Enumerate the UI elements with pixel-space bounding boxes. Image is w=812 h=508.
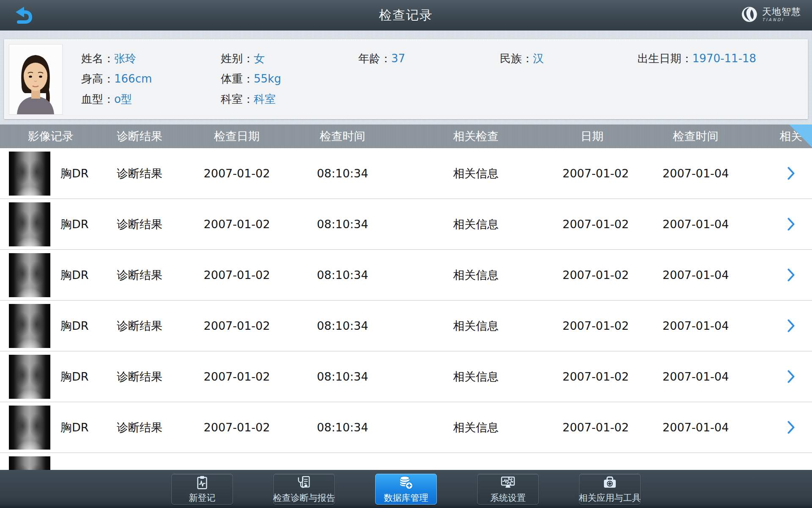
related-date-cell: 2007-01-02: [562, 268, 622, 282]
content-area: 姓名：张玲 身高：166cm 血型：o型 姓别：女 体重：55kg 科室：科室 …: [0, 30, 812, 508]
field-value: o型: [114, 93, 132, 105]
exam-date-cell: 2007-01-02: [178, 268, 296, 282]
exam-date-cell: 2007-01-02: [178, 319, 296, 332]
row-image-cell: 胸DR: [0, 148, 102, 199]
exam-time-cell: 08:10:34: [296, 319, 389, 332]
field-value: 37: [391, 52, 405, 65]
diagnosis-cell: 诊断结果: [102, 268, 178, 283]
nav-button-label: 新登记: [189, 492, 216, 504]
field-label: 民族：: [500, 52, 533, 65]
table-row[interactable]: 胸DR 诊断结果 2007-01-02 08:10:34 相关信息 2007-0…: [0, 250, 812, 301]
row-image-cell: 胸DR: [0, 250, 102, 300]
nav-button-system-settings[interactable]: 系统设置: [477, 474, 539, 505]
diagnosis-cell: 诊断结果: [102, 166, 178, 181]
modality-label: 胸DR: [60, 369, 89, 384]
field-label: 体重：: [221, 72, 254, 85]
brand-logo-icon: [741, 6, 758, 23]
row-image-cell: 胸DR: [0, 402, 102, 453]
field-label: 姓别：: [221, 52, 254, 65]
top-bar: 检查记录 天地智慧 TIANDI: [0, 0, 812, 30]
back-button[interactable]: [12, 5, 34, 25]
nav-button-label: 数据库管理: [384, 492, 428, 504]
app-root: 检查记录 天地智慧 TIANDI: [0, 0, 812, 508]
table-header: 影像记录 诊断结果 检查日期 检查时间 相关检查 日期 检查时间 相关: [0, 124, 812, 148]
related-info-cell: 相关信息: [389, 318, 562, 334]
brand-logo: 天地智慧 TIANDI: [741, 6, 801, 23]
header-exam-date: 检查日期: [178, 129, 296, 144]
patient-field-col-3: 年龄：37: [358, 44, 500, 114]
header-date: 日期: [562, 129, 622, 144]
brand-name: 天地智慧: [762, 7, 801, 17]
related-date-cell: 2007-01-02: [562, 421, 622, 434]
xray-thumbnail: [9, 202, 50, 246]
field-label: 身高：: [81, 72, 114, 85]
bottom-nav-bar: 新登记 检查诊断与报告: [0, 470, 812, 508]
exam-time-cell: 08:10:34: [296, 218, 389, 231]
field-value: 1970-11-18: [692, 52, 756, 65]
chevron-right-icon: [787, 421, 795, 434]
chevron-right-icon: [787, 370, 795, 383]
patient-bloodtype-field: 血型：o型: [81, 92, 221, 107]
modality-label: 胸DR: [60, 420, 89, 435]
related-time-cell: 2007-01-04: [622, 319, 770, 332]
exam-date-cell: 2007-01-02: [178, 218, 296, 231]
related-info-cell: 相关信息: [389, 369, 562, 384]
nav-button-exam-diagnosis-report[interactable]: 检查诊断与报告: [273, 474, 335, 505]
exam-time-cell: 08:10:34: [296, 268, 389, 282]
xray-thumbnail: [9, 304, 50, 348]
nav-button-new-registration[interactable]: 新登记: [171, 474, 233, 505]
row-detail-button[interactable]: [770, 421, 812, 434]
chevron-right-icon: [787, 218, 795, 231]
row-detail-button[interactable]: [770, 268, 812, 282]
related-time-cell: 2007-01-04: [622, 167, 770, 180]
table-row[interactable]: 胸DR 诊断结果 2007-01-02 08:10:34 相关信息 2007-0…: [0, 199, 812, 250]
related-date-cell: 2007-01-02: [562, 370, 622, 383]
field-value: 166cm: [114, 72, 152, 85]
row-detail-button[interactable]: [770, 167, 812, 180]
field-value: 科室: [254, 93, 276, 105]
patient-photo: [9, 44, 63, 115]
related-time-cell: 2007-01-04: [622, 370, 770, 383]
modality-label: 胸DR: [60, 318, 89, 334]
table-row[interactable]: 胸DR 诊断结果 2007-01-02 08:10:34 相关信息 2007-0…: [0, 402, 812, 453]
xray-thumbnail: [9, 152, 50, 196]
field-value: 55kg: [254, 72, 281, 85]
back-arrow-icon: [13, 6, 33, 24]
row-detail-button[interactable]: [770, 218, 812, 231]
field-label: 年龄：: [358, 52, 391, 65]
diagnosis-cell: 诊断结果: [102, 369, 178, 384]
header-corner-fold[interactable]: [789, 124, 812, 147]
table-row[interactable]: 胸DR 诊断结果 2007-01-02 08:10:34 相关信息 2007-0…: [0, 301, 812, 351]
related-time-cell: 2007-01-04: [622, 268, 770, 282]
patient-name-field: 姓名：张玲: [81, 51, 221, 66]
exam-date-cell: 2007-01-02: [178, 370, 296, 383]
row-image-cell: 胸DR: [0, 301, 102, 351]
patient-fields: 姓名：张玲 身高：166cm 血型：o型 姓别：女 体重：55kg 科室：科室 …: [81, 44, 807, 114]
related-info-cell: 相关信息: [389, 420, 562, 435]
row-detail-button[interactable]: [770, 319, 812, 332]
page-title: 检查记录: [379, 7, 433, 24]
table-row[interactable]: 胸DR 诊断结果 2007-01-02 08:10:34 相关信息 2007-0…: [0, 351, 812, 402]
field-label: 科室：: [221, 93, 254, 105]
related-info-cell: 相关信息: [389, 217, 562, 232]
header-diagnosis: 诊断结果: [102, 129, 178, 144]
exam-date-cell: 2007-01-02: [178, 421, 296, 434]
related-info-cell: 相关信息: [389, 268, 562, 283]
brand-text: 天地智慧 TIANDI: [762, 7, 801, 22]
exam-time-cell: 08:10:34: [296, 370, 389, 383]
patient-field-col-5: 出生日期：1970-11-18: [637, 44, 807, 114]
row-image-cell: 胸DR: [0, 199, 102, 249]
field-label: 出生日期：: [637, 52, 692, 65]
modality-label: 胸DR: [60, 166, 89, 181]
patient-portrait: [9, 44, 62, 114]
nav-button-related-apps-tools[interactable]: 相关应用与工具: [579, 474, 641, 505]
modality-label: 胸DR: [60, 268, 89, 283]
row-detail-button[interactable]: [770, 370, 812, 383]
chevron-right-icon: [787, 167, 795, 180]
field-value: 张玲: [114, 52, 136, 65]
patient-weight-field: 体重：55kg: [221, 72, 358, 86]
table-row[interactable]: 胸DR 诊断结果 2007-01-02 08:10:34 相关信息 2007-0…: [0, 148, 812, 199]
field-value: 汉: [533, 52, 544, 65]
nav-button-database-management[interactable]: 数据库管理: [375, 474, 437, 505]
related-info-cell: 相关信息: [389, 166, 562, 181]
